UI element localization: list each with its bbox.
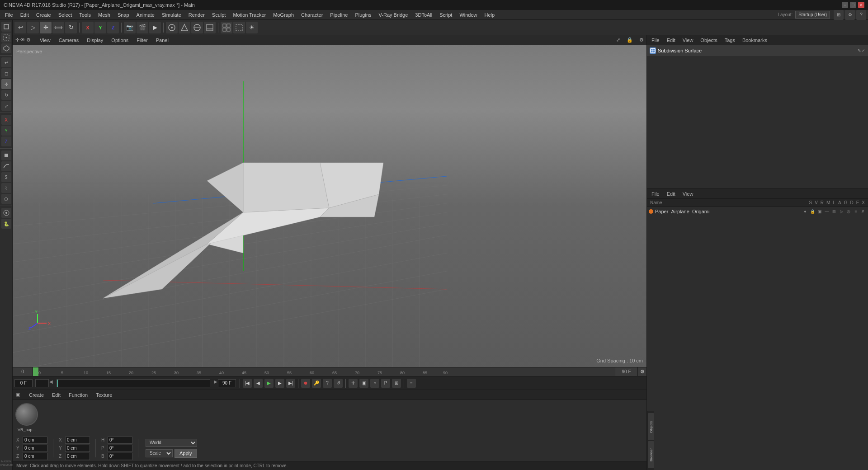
menu-tools[interactable]: Tools xyxy=(76,11,94,19)
menu-file[interactable]: File xyxy=(2,11,16,19)
vertex-snap-icon[interactable] xyxy=(179,22,190,33)
vp-menu-display[interactable]: Display xyxy=(85,37,105,43)
pos-x-field[interactable] xyxy=(23,437,47,444)
record-button[interactable]: ⏺ xyxy=(301,379,310,388)
motion-btn4[interactable]: P xyxy=(381,379,390,388)
rotate-icon[interactable]: ↻ xyxy=(65,22,77,33)
loop-button[interactable]: ↺ xyxy=(334,379,343,388)
menu-mograph[interactable]: MoGraph xyxy=(270,11,297,19)
scene-object-row[interactable]: Paper_Airplane_Origami ● 🔒 ▣ — ⊞ ▷ ◎ ≡ ✗ xyxy=(647,207,868,216)
menu-simulate[interactable]: Simulate xyxy=(159,11,184,19)
bp-menu-texture[interactable]: Texture xyxy=(94,392,114,398)
obj-tag2-icon[interactable]: — xyxy=(824,208,830,215)
subdivision-surface-row[interactable]: Subdivision Surface ✎ ✓ xyxy=(647,45,868,56)
vp-menu-filter[interactable]: Filter xyxy=(135,37,149,43)
menu-script[interactable]: Script xyxy=(436,11,455,19)
menu-3dtoall[interactable]: 3DToAll xyxy=(412,11,435,19)
undo-icon[interactable]: ↩ xyxy=(14,22,26,33)
vp-icon2[interactable]: 👁 xyxy=(20,37,25,43)
axis-y-icon[interactable]: Y xyxy=(94,22,106,33)
bp-icon1[interactable]: ▣ xyxy=(15,392,20,398)
rp-menu-objects[interactable]: Objects xyxy=(698,37,719,43)
rp-menu-file[interactable]: File xyxy=(650,37,661,43)
render-settings-icon[interactable]: 🎬 xyxy=(137,22,148,33)
rp-menu-edit[interactable]: Edit xyxy=(665,37,677,43)
obj-tag1-icon[interactable]: ▣ xyxy=(816,208,823,215)
object-snap-icon[interactable] xyxy=(166,22,178,33)
motion-btn5[interactable]: ⊞ xyxy=(392,379,401,388)
viewport-3d[interactable]: X Y Z Perspective Grid Spacing : 10 cm xyxy=(13,45,646,367)
model-mode-button[interactable] xyxy=(1,22,11,32)
rot-x-field[interactable] xyxy=(65,437,90,444)
coord-scale-dropdown[interactable]: Scale xyxy=(146,449,173,457)
render-picture-icon[interactable]: 📷 xyxy=(124,22,136,33)
hair-tool-button[interactable] xyxy=(1,208,11,218)
render-queue-icon[interactable]: ▶ xyxy=(149,22,161,33)
layout-icon2[interactable]: ⚙ xyxy=(845,10,855,20)
translate-z-button[interactable]: Z xyxy=(1,136,11,146)
floor-snap-icon[interactable] xyxy=(204,22,216,33)
pos-z-field[interactable] xyxy=(23,453,47,460)
vp-icon1[interactable]: ✛ xyxy=(15,37,19,43)
translate-y-button[interactable]: Y xyxy=(1,126,11,136)
motion-btn1[interactable]: ✛ xyxy=(349,379,358,388)
live-select-icon[interactable]: ▷ xyxy=(27,22,39,33)
spline-tool-button[interactable] xyxy=(1,161,11,171)
menu-character[interactable]: Character xyxy=(298,11,326,19)
menu-render[interactable]: Render xyxy=(185,11,208,19)
vp-control-lock[interactable]: 🔒 xyxy=(627,37,633,43)
motion-btn3[interactable]: ○ xyxy=(370,379,379,388)
layout-icon3[interactable]: ? xyxy=(856,10,866,20)
rp-menu-tags[interactable]: Tags xyxy=(723,37,737,43)
undo-button[interactable]: ↩ xyxy=(1,57,11,67)
obj-tag5-icon[interactable]: ◎ xyxy=(845,208,852,215)
vp-control-settings[interactable]: ⚙ xyxy=(639,37,644,43)
b-field[interactable] xyxy=(108,453,132,460)
obj-icon-pencil[interactable]: ✎ xyxy=(858,48,861,53)
material-item[interactable]: VR_pap... xyxy=(15,403,38,432)
timeline-area[interactable]: 0 0 5 10 15 20 25 30 35 xyxy=(13,367,646,376)
auto-key-button[interactable]: 🔑 xyxy=(312,379,321,388)
goto-start-button[interactable]: |◀ xyxy=(243,379,252,388)
axis-z-icon[interactable]: Z xyxy=(107,22,119,33)
rp-menu-view[interactable]: View xyxy=(681,37,695,43)
rotate-tool-button[interactable]: ↻ xyxy=(1,90,11,100)
menu-animate[interactable]: Animate xyxy=(133,11,158,19)
rp2-menu-file[interactable]: File xyxy=(650,191,661,197)
scale-icon[interactable]: ⟺ xyxy=(52,22,64,33)
vp-menu-cameras[interactable]: Cameras xyxy=(57,37,81,43)
obj-vis-icon[interactable]: ● xyxy=(802,208,808,215)
move-icon[interactable]: ✛ xyxy=(40,22,52,33)
timeline-settings-btn[interactable]: ≡ xyxy=(407,379,416,388)
obj-lock-icon[interactable]: 🔒 xyxy=(809,208,816,215)
layout-icon1[interactable]: ⊞ xyxy=(834,10,844,20)
p-field[interactable] xyxy=(108,445,132,452)
goto-end-button[interactable]: ▶| xyxy=(286,379,295,388)
menu-mesh[interactable]: Mesh xyxy=(95,11,113,19)
timeline-settings[interactable]: ⚙ xyxy=(637,367,646,376)
close-button[interactable]: × xyxy=(858,2,864,8)
menu-window[interactable]: Window xyxy=(456,11,480,19)
translate-x-button[interactable]: X xyxy=(1,115,11,125)
render-region-icon[interactable] xyxy=(233,22,245,33)
vp-menu-view[interactable]: View xyxy=(38,37,52,43)
next-frame-button[interactable]: ▶ xyxy=(275,379,284,388)
minimize-button[interactable]: − xyxy=(842,2,848,8)
menu-motiontracker[interactable]: Motion Tracker xyxy=(230,11,269,19)
menu-sculpt[interactable]: Sculpt xyxy=(209,11,229,19)
nurbs-tool-button[interactable]: $ xyxy=(1,172,11,182)
playback-range-start[interactable] xyxy=(35,379,49,387)
menu-vray[interactable]: V-Ray Bridge xyxy=(376,11,411,19)
rp2-menu-edit[interactable]: Edit xyxy=(665,191,677,197)
vp-menu-options[interactable]: Options xyxy=(109,37,130,43)
polygon-mode-button[interactable] xyxy=(1,43,11,53)
timeline-start-marker[interactable] xyxy=(33,367,38,376)
key-settings-button[interactable]: ? xyxy=(323,379,332,388)
apply-button[interactable]: Apply xyxy=(175,449,197,458)
motion-btn2[interactable]: ▣ xyxy=(359,379,368,388)
menu-select[interactable]: Select xyxy=(55,11,75,19)
menu-help[interactable]: Help xyxy=(481,11,498,19)
rp-menu-bookmarks[interactable]: Bookmarks xyxy=(741,37,769,43)
prev-frame-button[interactable]: ◀ xyxy=(254,379,263,388)
obj-tag6-icon[interactable]: ≡ xyxy=(853,208,859,215)
